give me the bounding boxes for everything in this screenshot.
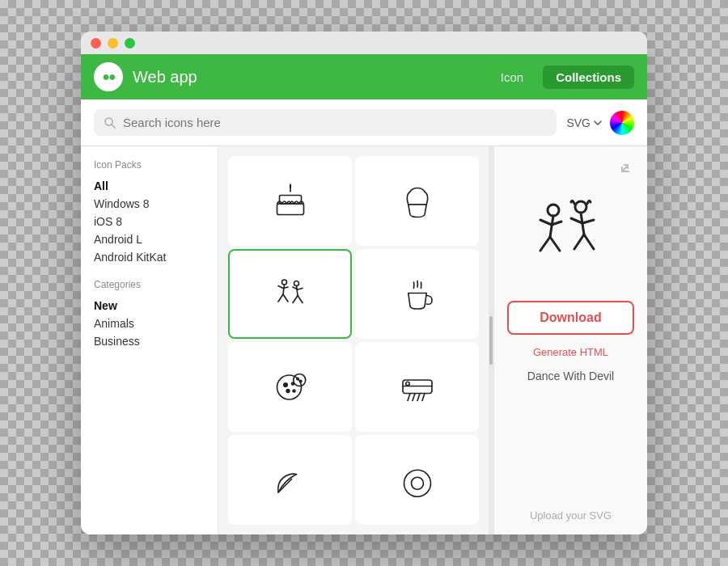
svg-point-20 [286, 389, 290, 392]
svg-line-1 [112, 125, 115, 128]
svg-point-24 [299, 380, 301, 382]
svg-line-39 [540, 220, 552, 225]
svg-line-16 [298, 288, 303, 289]
icon-cake[interactable] [228, 156, 352, 246]
icon-cookies[interactable] [228, 342, 352, 432]
maximize-button[interactable] [125, 38, 135, 49]
icon-teacup[interactable] [355, 249, 479, 339]
svg-line-12 [296, 285, 298, 295]
icon-dance-selected[interactable] [228, 249, 352, 339]
svg-line-6 [283, 285, 285, 294]
svg-line-36 [550, 216, 553, 237]
icons-grid [218, 146, 489, 534]
sidebar-item-androidkitkat[interactable]: Android KitKat [94, 248, 205, 266]
svg-rect-3 [277, 204, 303, 215]
app-window: ●● Web app Icon Collections SVG [81, 32, 647, 534]
svg-point-23 [296, 378, 298, 379]
packs-title: Icon Packs [94, 159, 205, 171]
search-options: SVG [566, 111, 634, 135]
svg-point-27 [405, 382, 409, 386]
svg-line-37 [540, 237, 550, 251]
svg-point-33 [404, 470, 430, 496]
sidebar-item-new[interactable]: New [94, 297, 205, 315]
svg-point-18 [283, 382, 287, 386]
sidebar-item-animals[interactable]: Animals [94, 315, 205, 332]
detail-panel: Download Generate HTML Dance With Devil … [493, 146, 647, 534]
icon-ac[interactable] [355, 342, 479, 432]
sidebar: Icon Packs All Windows 8 iOS 8 Android L… [81, 146, 218, 534]
svg-line-29 [413, 393, 415, 400]
categories-title: Categories [94, 279, 205, 290]
detail-preview [523, 192, 620, 289]
svg-line-14 [298, 295, 303, 302]
svg-point-11 [294, 281, 298, 285]
sidebar-item-androidl[interactable]: Android L [94, 230, 205, 248]
svg-line-7 [278, 294, 283, 302]
color-wheel-button[interactable] [610, 111, 634, 135]
svg-point-5 [281, 280, 286, 285]
svg-line-46 [582, 220, 594, 223]
app-title: Web app [133, 68, 197, 87]
generate-html-link[interactable]: Generate HTML [533, 346, 608, 358]
link-icon[interactable] [616, 159, 634, 181]
svg-point-41 [575, 201, 586, 213]
sidebar-item-business[interactable]: Business [94, 332, 205, 350]
minimize-button[interactable] [108, 38, 118, 49]
svg-point-35 [548, 205, 559, 216]
svg-point-34 [411, 477, 423, 489]
search-input[interactable] [123, 116, 547, 129]
header-left: ●● Web app [94, 62, 488, 91]
titlebar [81, 32, 647, 54]
main-content: Icon Packs All Windows 8 iOS 8 Android L… [81, 146, 647, 534]
format-select[interactable]: SVG [566, 116, 602, 129]
nav-icon[interactable]: Icon [488, 65, 536, 89]
search-bar: SVG [81, 99, 647, 146]
sidebar-item-windows8[interactable]: Windows 8 [94, 195, 205, 213]
chevron-down-icon [594, 120, 602, 125]
logo: ●● [94, 62, 123, 91]
upload-svg-link[interactable]: Upload your SVG [530, 509, 612, 522]
logo-icon: ●● [102, 70, 114, 84]
download-button[interactable]: Download [507, 301, 634, 335]
svg-line-9 [278, 285, 283, 288]
svg-line-31 [422, 393, 425, 400]
icon-leaf[interactable] [228, 435, 352, 525]
icon-muffin[interactable] [355, 156, 479, 246]
scroll-thumb[interactable] [489, 316, 493, 365]
svg-line-28 [408, 393, 410, 400]
svg-line-13 [293, 295, 298, 302]
icon-donut[interactable] [355, 435, 479, 525]
nav-collections[interactable]: Collections [543, 65, 634, 89]
header: ●● Web app Icon Collections [81, 54, 647, 99]
svg-line-44 [584, 234, 594, 249]
sidebar-item-all[interactable]: All [94, 177, 205, 195]
svg-line-8 [283, 294, 288, 302]
header-nav: Icon Collections [488, 65, 634, 89]
svg-line-30 [417, 393, 420, 400]
svg-point-21 [293, 390, 295, 392]
search-input-wrapper[interactable] [94, 109, 557, 136]
format-label: SVG [566, 116, 590, 129]
icon-name-label: Dance With Devil [527, 370, 614, 382]
svg-line-38 [550, 237, 560, 251]
search-icon [104, 116, 116, 129]
svg-line-43 [574, 234, 584, 249]
close-button[interactable] [91, 38, 101, 49]
sidebar-item-ios8[interactable]: iOS 8 [94, 213, 205, 230]
